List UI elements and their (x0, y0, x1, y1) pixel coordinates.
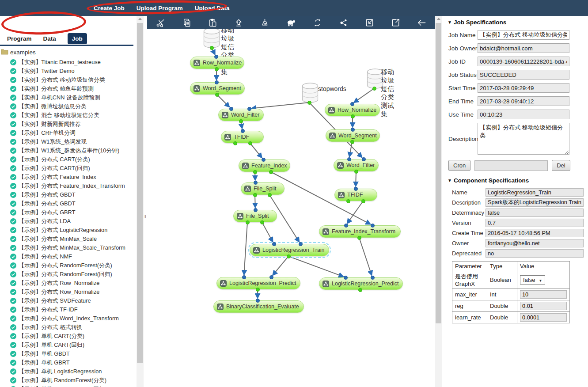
job-tree-item[interactable]: 【示例】单机 RandomForest(分类) (0, 376, 136, 385)
input-port[interactable] (299, 242, 303, 246)
topnav-create-job[interactable]: Create Job (94, 5, 125, 11)
scrollbar-thumb[interactable] (137, 23, 143, 363)
output-port[interactable] (253, 193, 257, 197)
create-time-value[interactable] (486, 229, 584, 237)
tab-program[interactable]: Program (7, 35, 32, 42)
tab-data[interactable]: Data (43, 35, 56, 42)
input-port[interactable] (262, 158, 266, 162)
output-port[interactable] (215, 93, 219, 97)
output-port[interactable] (357, 236, 361, 240)
job-tree-item[interactable]: 【示例】W1系统_热词发现 (0, 137, 136, 146)
job-tree-item[interactable]: 【实例】混合 移动垃圾短信分类 (0, 111, 136, 120)
input-port[interactable] (256, 299, 260, 303)
input-port[interactable] (371, 224, 375, 228)
owner-value[interactable] (486, 239, 584, 247)
input-port[interactable] (344, 276, 348, 280)
output-port[interactable] (233, 141, 237, 145)
clean-icon[interactable] (259, 17, 271, 28)
job-tree-item[interactable]: 【示例】分布式 Row_Normalize (0, 279, 136, 288)
job-tree-item[interactable]: 【示例】分布式 GBDT (0, 190, 136, 199)
job-tree-item[interactable]: 【示例】分布式 LogisticRegression (0, 226, 136, 235)
job-tree-item[interactable]: 【实例】财新网新闻推荐 (0, 120, 136, 129)
component-specifications-header[interactable]: ▼Component Specifications (448, 177, 588, 184)
train-dataset[interactable] (204, 28, 220, 48)
job-tree-item[interactable]: 【示例】单机 LogisticRegression (0, 367, 136, 376)
import-icon[interactable] (364, 17, 376, 28)
end-time-input[interactable] (478, 96, 569, 106)
job-tree-item[interactable]: 【实例】微博垃圾信息分类 (0, 102, 136, 111)
sidebar-scrollbar[interactable] (137, 16, 144, 387)
job-tree-item[interactable]: 【示例】CRF单机分词 (0, 129, 136, 137)
test-dataset[interactable] (367, 69, 383, 88)
output-port[interactable] (256, 288, 260, 292)
job-tree-item[interactable]: 【示例】单机 GBRT (0, 358, 136, 367)
input-port[interactable] (247, 107, 251, 111)
refresh-icon[interactable] (311, 17, 323, 28)
input-port[interactable] (254, 208, 258, 212)
version-value[interactable] (486, 219, 584, 227)
output-port[interactable] (215, 67, 219, 71)
input-port[interactable] (272, 242, 276, 246)
output-port[interactable] (358, 288, 362, 292)
output-port[interactable] (246, 220, 250, 224)
reg-value[interactable] (520, 302, 567, 310)
job-tree-item[interactable]: 【示例】分布式 LDA (0, 217, 136, 226)
learn-rate-value[interactable] (520, 313, 567, 322)
job-tree-item[interactable]: 【实例】分布式 鲍鱼年龄预测 (0, 84, 136, 93)
job-tree-item[interactable]: 【示例】单机 CART(分类) (0, 332, 136, 341)
job-tree-item[interactable]: 【实例】分布式 移动垃圾短信分类 (0, 76, 136, 84)
input-port[interactable] (350, 102, 354, 106)
tab-job[interactable]: Job (68, 33, 87, 44)
job-tree-item[interactable]: 【示例】分布式 Feature_Index (0, 173, 136, 182)
output-port[interactable] (350, 140, 354, 144)
topnav-upload-program[interactable]: Upload Program (137, 5, 183, 11)
splitter-handle[interactable]: ‖ (144, 215, 146, 219)
topnav-upload-data[interactable]: Upload Data (195, 5, 230, 11)
job-tree-item[interactable]: 【示例】分布式 MinMax_Scale_Transform (0, 243, 136, 252)
name-value[interactable] (486, 188, 584, 197)
job-owner-input[interactable] (478, 43, 569, 53)
input-port[interactable] (269, 275, 273, 279)
job-name-input[interactable] (478, 30, 569, 40)
sheep-icon[interactable] (285, 17, 297, 28)
job-tree-item[interactable]: 【示例】单机 CART(回归) (0, 341, 136, 349)
max-iter-value[interactable] (520, 290, 567, 299)
back-icon[interactable] (416, 17, 428, 28)
output-port[interactable] (372, 87, 376, 91)
del-button[interactable]: Del (552, 160, 570, 171)
cron-button[interactable]: Cron (448, 160, 470, 171)
description-value[interactable] (486, 198, 584, 207)
job-tree-item[interactable]: 【示例】分布式 SVDFeature (0, 296, 136, 305)
deprecated-value[interactable] (486, 249, 584, 258)
input-port[interactable] (215, 80, 219, 84)
job-tree-item[interactable]: 【示例】分布式 RandomForest(回归) (0, 270, 136, 279)
job-tree-item[interactable]: 【示例】分布式 NMF (0, 252, 136, 261)
cut-icon[interactable] (155, 17, 166, 28)
output-port[interactable] (253, 170, 257, 174)
start-time-input[interactable] (478, 83, 569, 93)
output-port[interactable] (287, 254, 291, 258)
job-tree-item[interactable]: 【实例】Titanic Demo_testreuse (0, 58, 136, 67)
output-port[interactable] (248, 141, 252, 145)
output-port[interactable] (346, 199, 350, 203)
paste-icon[interactable] (207, 17, 218, 28)
job-tree-item[interactable]: 【示例】分布式 Row_Normalize (0, 288, 136, 296)
job-tree-item[interactable]: 【示例】分布式 CART(分类) (0, 155, 136, 164)
input-port[interactable] (214, 55, 218, 59)
output-port[interactable] (307, 101, 311, 105)
output-port[interactable] (361, 199, 365, 203)
use-time-input[interactable] (478, 110, 569, 119)
output-port[interactable] (354, 170, 358, 174)
job-tree-item[interactable]: 【示例】W1系统_群发热点事件(10分钟) (0, 146, 136, 155)
job-specifications-header[interactable]: ▼Job Specifications (448, 19, 588, 26)
canvas-scrollbar[interactable] (435, 16, 442, 387)
input-port[interactable] (229, 107, 233, 111)
job-tree-item[interactable]: 【示例】分布式 RandomForest(分类) (0, 261, 136, 270)
determinacy-value[interactable] (486, 209, 584, 217)
node-file-split-1[interactable]: File_Split (241, 182, 285, 195)
scroll-up-arrow[interactable] (435, 16, 442, 22)
output-port[interactable] (351, 114, 355, 118)
job-tree-item[interactable]: 【示例】分布式 GBDT (0, 199, 136, 208)
job-tree-item[interactable]: 【实例】Twitter Demo (0, 67, 136, 76)
stopwords-dataset[interactable] (302, 83, 318, 102)
